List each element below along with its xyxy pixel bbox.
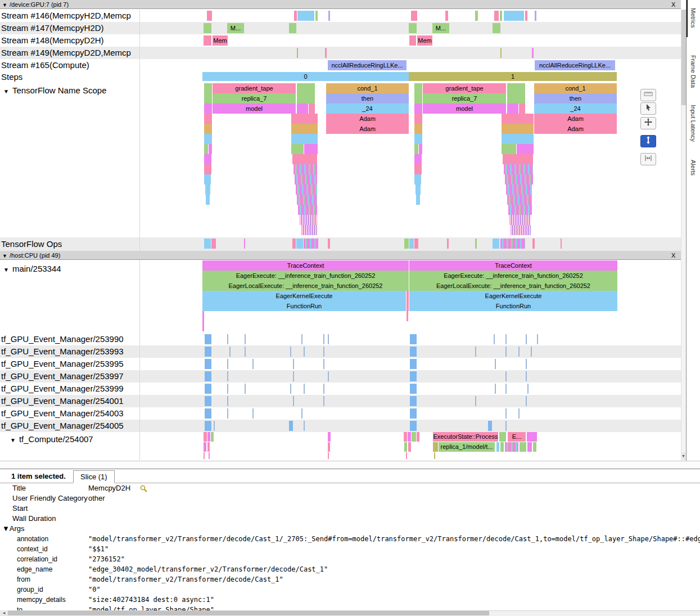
trace-slice[interactable] [245, 347, 246, 357]
trace-slice[interactable] [505, 174, 533, 185]
slice-eagerkernelexecute[interactable]: EagerKernelExecute [409, 291, 617, 301]
select-tool-button[interactable] [640, 102, 656, 115]
trace-slice[interactable] [207, 11, 212, 21]
track-label-tf-compute-254007[interactable]: ▼tf_Compute/254007 [10, 434, 93, 444]
trace-slice[interactable] [410, 347, 417, 357]
trace-slice[interactable] [328, 239, 330, 249]
trace-slice[interactable] [495, 359, 496, 369]
slice-mem[interactable]: Mem [213, 35, 228, 46]
trace-slice[interactable] [205, 334, 211, 344]
trace-slice[interactable] [416, 195, 420, 205]
slice-e[interactable]: E... [508, 432, 526, 442]
trace-slice[interactable] [404, 432, 407, 442]
slice-eagerlocalexecute-inference-train-function-260252[interactable]: EagerLocalExecute: __inference_train_fun… [202, 281, 409, 291]
trace-slice[interactable] [493, 23, 500, 33]
slice-m[interactable]: M... [227, 23, 244, 33]
trace-slice[interactable] [204, 104, 212, 114]
trace-slice[interactable] [414, 134, 422, 144]
trace-slice[interactable] [293, 396, 294, 406]
track-label-main-253344[interactable]: ▼main/253344 [3, 264, 61, 273]
trace-slice[interactable] [532, 48, 534, 58]
slice-24[interactable]: _24 [326, 104, 409, 114]
trace-slice[interactable] [207, 442, 210, 452]
trace-slice[interactable] [202, 321, 204, 331]
slice-mem[interactable]: Mem [417, 35, 432, 46]
trace-slice[interactable] [204, 452, 205, 459]
slice-0[interactable]: 0 [202, 72, 409, 81]
tab-frame-data[interactable]: Frame Data [690, 55, 697, 88]
trace-slice[interactable] [315, 11, 318, 21]
trace-slice[interactable] [494, 11, 499, 21]
slice-then[interactable]: then [534, 93, 617, 104]
trace-slice[interactable] [297, 48, 298, 58]
trace-slice[interactable] [227, 408, 228, 419]
trace-slice[interactable] [309, 104, 315, 114]
trace-slice[interactable] [445, 11, 448, 21]
trace-slice[interactable] [475, 396, 476, 406]
trace-slice[interactable] [506, 185, 532, 195]
trace-slice[interactable] [204, 154, 211, 164]
trace-slice[interactable] [297, 11, 314, 21]
trace-slice[interactable] [411, 11, 417, 21]
trace-slice[interactable] [496, 442, 499, 452]
slice-gradient-tape[interactable]: gradient_tape [213, 83, 296, 93]
trace-slice[interactable] [511, 225, 531, 235]
trace-slice[interactable] [505, 371, 507, 381]
trace-slice[interactable] [526, 334, 527, 344]
trace-slice[interactable] [475, 11, 478, 21]
trace-slice[interactable] [206, 195, 210, 205]
trace-slice[interactable] [245, 384, 246, 394]
slice-replica-1-model-t[interactable]: replica_1/model/t... [439, 442, 495, 452]
slice-eagerkernelexecute[interactable]: EagerKernelExecute [202, 291, 406, 301]
slice-tracecontext[interactable]: TraceContext [202, 260, 409, 271]
trace-slice[interactable] [204, 442, 206, 452]
trace-slice[interactable] [204, 134, 212, 144]
trace-slice[interactable] [503, 154, 533, 164]
trace-slice[interactable] [416, 185, 421, 195]
trace-slice[interactable] [301, 334, 302, 344]
trace-slice[interactable] [328, 452, 329, 459]
trace-slice[interactable] [205, 408, 211, 419]
trace-slice[interactable] [507, 195, 532, 205]
trace-slice[interactable] [209, 452, 210, 459]
trace-slice[interactable] [417, 432, 419, 442]
trace-slice[interactable] [301, 225, 317, 235]
slice-ncclallreduceringllke[interactable]: ncclAllReduceRingLLKe... [328, 60, 407, 70]
trace-slice[interactable] [205, 421, 211, 431]
slice-adam[interactable]: Adam [534, 124, 617, 134]
horizontal-scrollbar-thumb[interactable] [8, 611, 489, 615]
trace-slice[interactable] [204, 114, 212, 124]
trace-slice[interactable] [204, 124, 212, 134]
trace-slice[interactable] [404, 442, 407, 452]
trace-slice[interactable] [297, 93, 315, 104]
trace-slice[interactable] [502, 144, 516, 154]
vertical-scrollbar-thumb[interactable] [681, 10, 686, 105]
trace-slice[interactable] [297, 104, 308, 114]
trace-slice[interactable] [526, 371, 527, 381]
trace-slice[interactable] [502, 134, 534, 144]
trace-slice[interactable] [209, 144, 212, 154]
trace-slice[interactable] [414, 104, 422, 114]
trace-slice[interactable] [414, 83, 422, 93]
trace-slice[interactable] [535, 11, 536, 21]
trace-slice[interactable] [412, 432, 416, 442]
collapse-arrow-icon[interactable]: ▼ [2, 253, 7, 259]
trace-slice[interactable] [297, 83, 315, 93]
slice-replica-7[interactable]: replica_7 [423, 93, 506, 104]
trace-slice[interactable] [505, 442, 518, 452]
slice-24[interactable]: _24 [534, 104, 617, 114]
trace-slice[interactable] [500, 48, 502, 58]
trace-slice[interactable] [499, 432, 506, 442]
trace-slice[interactable] [252, 408, 254, 419]
trace-slice[interactable] [304, 347, 305, 357]
trace-slice[interactable] [527, 432, 537, 442]
trace-slice[interactable] [410, 421, 417, 431]
slice-model[interactable]: model [213, 104, 296, 114]
trace-slice[interactable] [507, 93, 525, 104]
trace-slice[interactable] [414, 114, 422, 124]
trace-slice[interactable] [408, 432, 411, 442]
trace-slice[interactable] [410, 408, 417, 419]
slice-model[interactable]: model [423, 104, 506, 114]
trace-slice[interactable] [525, 11, 527, 21]
trace-slice[interactable] [537, 334, 538, 344]
